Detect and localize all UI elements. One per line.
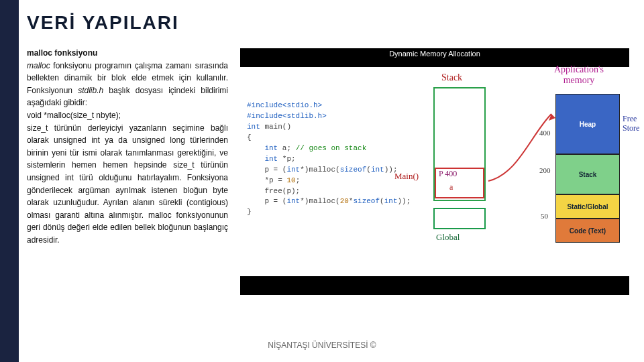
accent-bar [0,0,19,362]
addr-0: 400 [539,129,551,137]
mem-seg-code-text-: Code (Text) [555,219,620,243]
body-text: malloc fonksiyonu malloc fonksiyonu prog… [27,47,228,247]
memory-column: HeapStackStatic/GlobalCode (Text) [555,94,620,278]
mem-seg-static-global: Static/Global [555,194,620,219]
addr-1: 200 [539,166,551,174]
label-stack: Stack [441,72,462,83]
code-block: #include<stdio.h>#include<stdlib.h>int m… [247,101,411,218]
p1-italic2: stdlib.h [78,86,103,95]
pointer-arrow [484,94,558,201]
label-app-memory: Application's memory [554,64,604,86]
p1-italic: malloc [27,61,50,70]
page-title: VERİ YAPILARI [27,12,179,34]
mem-seg-heap: Heap [555,94,620,154]
subhead: malloc fonksiyonu [27,47,228,60]
label-mainc: Main() [394,171,419,182]
label-p400: P 400 [439,169,457,179]
figure-canvas: #include<stdio.h>#include<stdlib.h>int m… [240,67,629,276]
label-a: a [449,182,453,192]
p2: size_t türünün derleyiciyi yazanların se… [27,122,228,247]
mem-seg-stack: Stack [555,154,620,194]
figure-title: Dynamic Memory Allocation [240,50,629,58]
label-free-store: Free Store [623,114,639,133]
footer: NİŞANTAŞI ÜNİVERSİTESİ © [0,341,644,350]
figure: Dynamic Memory Allocation #include<stdio… [240,48,629,295]
label-global: Global [436,232,460,243]
addr-2: 50 [541,212,548,220]
decl-line: void *malloc(size_t nbyte); [27,109,228,122]
globals-box [433,208,486,229]
